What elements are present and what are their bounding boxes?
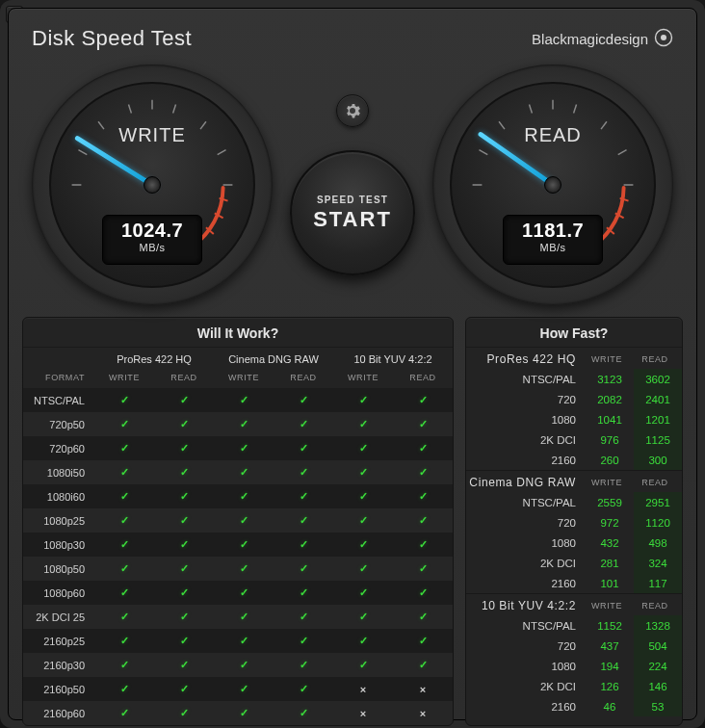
format-label: 2160p50 <box>23 677 94 701</box>
svg-line-17 <box>529 105 532 114</box>
table-row: 1080194224 <box>466 656 682 676</box>
svg-line-24 <box>615 213 624 218</box>
hf-write-value: 432 <box>586 533 634 553</box>
check-icon: ✓ <box>154 412 214 436</box>
table-row: 1080p30✓✓✓✓✓✓ <box>23 533 453 557</box>
start-line2: START <box>313 207 392 232</box>
hf-write-value: 1041 <box>586 409 634 429</box>
check-icon: ✓ <box>333 436 393 460</box>
svg-line-25 <box>607 227 614 234</box>
hf-read-value: 504 <box>634 636 682 656</box>
hf-write-value: 3123 <box>586 369 634 389</box>
write-gauge: WRITE 1024.7 MB/s <box>32 65 273 305</box>
table-row: 720437504 <box>466 636 682 656</box>
table-row: 108010411201 <box>466 409 682 429</box>
wiw-format-header: FORMAT <box>23 367 94 388</box>
check-icon: ✓ <box>393 388 453 412</box>
gear-icon <box>345 103 360 118</box>
check-icon: ✓ <box>154 460 214 484</box>
check-icon: ✓ <box>274 605 333 629</box>
format-label: 2160p25 <box>23 629 94 653</box>
check-icon: ✓ <box>393 653 453 677</box>
check-icon: ✓ <box>274 677 333 701</box>
format-label: 720p60 <box>23 436 94 460</box>
check-icon: ✓ <box>94 460 154 484</box>
table-row: 2160p50✓✓✓✓×× <box>23 677 453 701</box>
hf-block: 10 Bit YUV 4:2:2WRITEREADNTSC/PAL1152132… <box>466 594 682 716</box>
hf-title: How Fast? <box>466 318 682 348</box>
hf-row-label: 2160 <box>466 696 586 716</box>
table-row: 2160260300 <box>466 450 682 470</box>
hf-read-value: 53 <box>634 696 682 716</box>
check-icon: ✓ <box>393 436 453 460</box>
check-icon: ✓ <box>154 508 214 533</box>
hf-write-value: 194 <box>586 656 634 676</box>
hf-write-value: 46 <box>586 696 634 716</box>
check-icon: ✓ <box>274 412 333 436</box>
hf-read-value: 3602 <box>634 369 682 389</box>
check-icon: ✓ <box>154 629 214 653</box>
hf-read-value: 1120 <box>634 512 682 533</box>
svg-line-23 <box>620 198 629 201</box>
check-icon: ✓ <box>333 533 393 557</box>
check-icon: ✓ <box>214 484 274 508</box>
start-button[interactable]: SPEED TEST START <box>290 150 415 275</box>
check-icon: ✓ <box>333 508 393 533</box>
table-row: NTSC/PAL✓✓✓✓✓✓ <box>23 388 453 412</box>
check-icon: ✓ <box>154 484 214 508</box>
check-icon: ✓ <box>214 533 274 557</box>
table-row: 21604653 <box>466 696 682 716</box>
hf-read-value: 324 <box>634 553 682 573</box>
table-row: NTSC/PAL11521328 <box>466 615 682 636</box>
read-gauge: READ 1181.7 MB/s <box>432 65 673 305</box>
hf-write-value: 976 <box>586 429 634 450</box>
hf-codec-label: ProRes 422 HQ <box>466 348 586 369</box>
hf-write-value: 2082 <box>586 389 634 409</box>
svg-line-9 <box>218 150 226 155</box>
brand: Blackmagicdesign <box>532 28 673 50</box>
hf-block: Cinema DNG RAWWRITEREADNTSC/PAL255929517… <box>466 471 682 594</box>
table-row: 2160p30✓✓✓✓✓✓ <box>23 653 453 677</box>
table-row: 2160p60✓✓✓✓×× <box>23 701 453 725</box>
table-row: 720p50✓✓✓✓✓✓ <box>23 412 453 436</box>
check-icon: ✓ <box>333 460 393 484</box>
check-icon: ✓ <box>154 677 214 701</box>
check-icon: ✓ <box>154 605 214 629</box>
hf-codec-label: Cinema DNG RAW <box>466 471 586 492</box>
hf-write-value: 281 <box>586 553 634 573</box>
check-icon: ✓ <box>274 484 333 508</box>
table-row: 1080p25✓✓✓✓✓✓ <box>23 508 453 533</box>
check-icon: ✓ <box>94 605 154 629</box>
settings-button[interactable] <box>336 94 369 127</box>
check-icon: ✓ <box>154 557 214 581</box>
svg-line-11 <box>220 198 228 201</box>
check-icon: ✓ <box>154 388 214 412</box>
table-row: 2160101117 <box>466 573 682 593</box>
svg-line-5 <box>128 105 131 114</box>
read-value: 1181.7 <box>504 220 602 242</box>
hf-row-label: NTSC/PAL <box>466 369 586 389</box>
check-icon: ✓ <box>94 629 154 653</box>
write-value: 1024.7 <box>103 220 201 242</box>
format-label: 2K DCI 25 <box>23 605 94 629</box>
svg-line-12 <box>215 213 223 218</box>
check-icon: ✓ <box>154 701 214 725</box>
gauge-hub-icon <box>544 176 561 194</box>
hf-row-label: 720 <box>466 512 586 533</box>
hf-write-value: 437 <box>586 636 634 656</box>
format-label: 1080p30 <box>23 533 94 557</box>
table-row: 2160p25✓✓✓✓✓✓ <box>23 629 453 653</box>
hf-row-label: 720 <box>466 636 586 656</box>
check-icon: ✓ <box>274 557 333 581</box>
check-icon: ✓ <box>94 677 154 701</box>
check-icon: ✓ <box>393 557 453 581</box>
check-icon: ✓ <box>393 605 453 629</box>
read-unit: MB/s <box>504 242 602 253</box>
check-icon: ✓ <box>214 557 274 581</box>
brand-label: Blackmagicdesign <box>532 31 648 47</box>
header: Disk Speed Test Blackmagicdesign <box>9 9 696 59</box>
hf-read-value: 1201 <box>634 409 682 429</box>
check-icon: ✓ <box>94 412 154 436</box>
write-readout: 1024.7 MB/s <box>102 215 202 265</box>
hf-write-value: 972 <box>586 512 634 533</box>
